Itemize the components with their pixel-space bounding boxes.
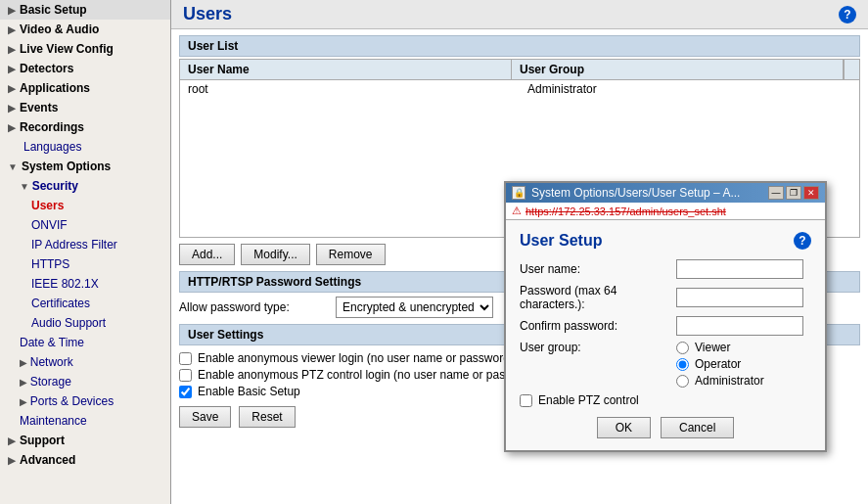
dialog-window: 🔒 System Options/Users/User Setup – A...… xyxy=(504,181,827,452)
sidebar-item-applications[interactable]: ▶ Applications xyxy=(0,78,170,98)
radio-administrator-row: Administrator xyxy=(676,374,764,388)
dialog-body-header: User Setup ? xyxy=(520,232,811,250)
sidebar-item-maintenance[interactable]: Maintenance xyxy=(0,411,170,431)
sidebar-label-ip-address-filter: IP Address Filter xyxy=(31,238,117,252)
ptz-control-row: Enable PTZ control xyxy=(520,393,811,407)
anon-ptz-label: Enable anonymous PTZ control login (no u… xyxy=(198,368,536,382)
dialog-action-row: OK Cancel xyxy=(520,417,811,438)
sidebar-label-support: Support xyxy=(20,434,65,447)
sidebar-item-support[interactable]: ▶ Support xyxy=(0,431,170,450)
sidebar-label-detectors: Detectors xyxy=(20,62,73,75)
sidebar-label-video-audio: Video & Audio xyxy=(20,23,99,36)
dialog-titlebar: 🔒 System Options/Users/User Setup – A...… xyxy=(506,183,825,203)
sidebar-item-advanced[interactable]: ▶ Advanced xyxy=(0,450,170,470)
sidebar-item-network[interactable]: ▶ Network xyxy=(0,352,170,372)
sidebar-label-users: Users xyxy=(31,199,64,212)
sidebar-item-languages[interactable]: Languages xyxy=(0,137,170,157)
sidebar-label-security: Security xyxy=(32,179,78,193)
confirm-input[interactable] xyxy=(676,316,803,336)
password-type-select[interactable]: Encrypted & unencrypted xyxy=(336,297,493,318)
add-button[interactable]: Add... xyxy=(179,244,235,265)
radio-viewer[interactable] xyxy=(676,342,689,354)
arrow-icon: ▶ xyxy=(8,455,16,466)
arrow-icon: ▶ xyxy=(8,5,16,16)
sidebar-item-ip-address-filter[interactable]: IP Address Filter xyxy=(0,235,170,254)
arrow-icon: ▶ xyxy=(8,83,16,94)
sidebar-label-live-view-config: Live View Config xyxy=(20,42,114,56)
enable-basic-checkbox[interactable] xyxy=(179,386,192,398)
sidebar-item-basic-setup[interactable]: ▶ Basic Setup xyxy=(0,0,170,20)
arrow-icon: ▶ xyxy=(20,357,30,368)
username-input[interactable] xyxy=(676,259,803,279)
reset-button[interactable]: Reset xyxy=(239,406,295,428)
sidebar-item-https[interactable]: HTTPS xyxy=(0,254,170,274)
anon-viewer-checkbox[interactable] xyxy=(179,352,192,365)
arrow-icon: ▶ xyxy=(20,377,30,388)
help-icon[interactable]: ? xyxy=(839,6,856,23)
restore-button[interactable]: ❐ xyxy=(786,186,801,200)
arrow-icon: ▼ xyxy=(8,161,18,172)
sidebar-label-date-time: Date & Time xyxy=(20,336,84,349)
dialog-help-icon[interactable]: ? xyxy=(794,232,811,250)
save-button[interactable]: Save xyxy=(179,406,231,428)
sidebar-item-date-time[interactable]: Date & Time xyxy=(0,333,170,352)
table-row[interactable]: root Administrator xyxy=(180,80,859,98)
user-name-cell: root xyxy=(180,80,520,98)
password-input[interactable] xyxy=(676,288,803,307)
radio-operator-row: Operator xyxy=(676,357,764,371)
sidebar-label-maintenance: Maintenance xyxy=(20,414,87,428)
sidebar-item-users[interactable]: Users xyxy=(0,196,170,215)
page-header: Users ? xyxy=(171,0,868,29)
sidebar-item-audio-support[interactable]: Audio Support xyxy=(0,313,170,333)
sidebar-item-events[interactable]: ▶ Events xyxy=(0,98,170,117)
sidebar-label-ports-devices: Ports & Devices xyxy=(30,394,114,408)
username-label: User name: xyxy=(520,262,676,276)
enable-basic-label: Enable Basic Setup xyxy=(198,385,300,398)
sidebar-item-recordings[interactable]: ▶ Recordings xyxy=(0,117,170,137)
sidebar-item-ports-devices[interactable]: ▶ Ports & Devices xyxy=(0,391,170,411)
minimize-button[interactable]: — xyxy=(768,186,784,200)
sidebar-item-storage[interactable]: ▶ Storage xyxy=(0,372,170,391)
radio-operator[interactable] xyxy=(676,358,689,371)
radio-viewer-label: Viewer xyxy=(695,341,730,354)
arrow-icon: ▶ xyxy=(20,396,30,407)
remove-button[interactable]: Remove xyxy=(316,244,386,265)
dialog-title-text: System Options/Users/User Setup – A... xyxy=(531,186,740,200)
radio-administrator-label: Administrator xyxy=(695,374,764,388)
arrow-icon: ▶ xyxy=(8,103,16,114)
arrow-icon: ▶ xyxy=(8,64,16,74)
confirm-field-row: Confirm password: xyxy=(520,316,811,336)
sidebar-label-languages: Languages xyxy=(8,140,81,154)
user-list-header: User Name User Group xyxy=(180,60,859,80)
dialog-controls: — ❐ ✕ xyxy=(768,186,819,200)
close-button[interactable]: ✕ xyxy=(803,186,819,200)
dialog-section-title: User Setup xyxy=(520,232,602,250)
sidebar-label-storage: Storage xyxy=(30,375,71,389)
main-content: Users ? User List User Name User Group r… xyxy=(171,0,868,504)
confirm-label: Confirm password: xyxy=(520,319,676,333)
radio-administrator[interactable] xyxy=(676,375,689,388)
sidebar-label-https: HTTPS xyxy=(31,257,69,271)
dialog-cancel-button[interactable]: Cancel xyxy=(661,417,734,438)
sidebar-item-security[interactable]: ▼ Security xyxy=(0,176,170,196)
modify-button[interactable]: Modify... xyxy=(241,244,309,265)
anon-ptz-checkbox[interactable] xyxy=(179,369,192,382)
user-list-section-header: User List xyxy=(179,35,860,57)
sidebar-item-video-audio[interactable]: ▶ Video & Audio xyxy=(0,20,170,39)
arrow-icon: ▶ xyxy=(8,435,16,446)
sidebar-item-ieee-802-1x[interactable]: IEEE 802.1X xyxy=(0,274,170,294)
sidebar-label-onvif: ONVIF xyxy=(31,218,68,232)
username-field-row: User name: xyxy=(520,259,811,279)
ptz-control-checkbox[interactable] xyxy=(520,394,532,407)
dialog-ok-button[interactable]: OK xyxy=(597,417,651,438)
sidebar-item-system-options[interactable]: ▼ System Options xyxy=(0,157,170,176)
sidebar-item-certificates[interactable]: Certificates xyxy=(0,294,170,313)
security-warning-icon: ⚠ xyxy=(512,205,522,217)
arrow-icon: ▶ xyxy=(8,122,16,133)
sidebar-label-ieee-802-1x: IEEE 802.1X xyxy=(31,277,99,291)
col-header-usergroup: User Group xyxy=(512,60,844,79)
sidebar-item-onvif[interactable]: ONVIF xyxy=(0,215,170,235)
sidebar-label-network: Network xyxy=(30,355,73,369)
sidebar-item-detectors[interactable]: ▶ Detectors xyxy=(0,59,170,78)
sidebar-item-live-view-config[interactable]: ▶ Live View Config xyxy=(0,39,170,59)
